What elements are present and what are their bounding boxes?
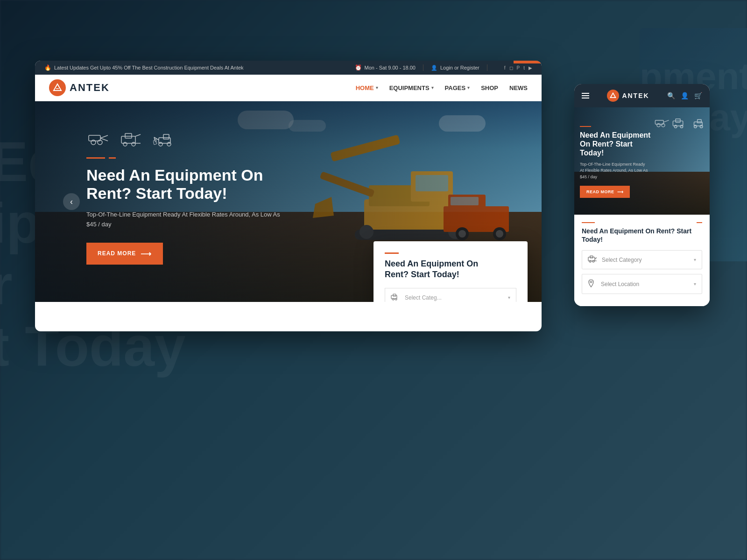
rental-form-panel: Need An Equipment OnRent? Start Today! S…	[374, 241, 528, 302]
hours-info: ⏰ Mon - Sat 9.00 - 18.00	[355, 64, 416, 71]
mobile-logo-text: ANTEK	[622, 92, 649, 99]
svg-point-31	[167, 142, 171, 146]
mobile-hamburger-area	[582, 93, 589, 98]
excavator-icon-item	[152, 129, 175, 148]
hero-equipment-icons	[86, 129, 310, 148]
mobile-logo-icon	[607, 90, 619, 102]
mobile-location-field[interactable]: Select Location ▾	[582, 274, 702, 294]
desktop-header: ANTEK HOME ▾ EQUIPMENTS ▾ PAGES ▾ SHOP N…	[35, 75, 542, 101]
logo-svg	[53, 83, 62, 92]
logo[interactable]: ANTEK	[49, 79, 110, 96]
nav-home[interactable]: HOME ▾	[356, 84, 378, 91]
mobile-form-divider-right	[697, 222, 702, 223]
nav-equipments[interactable]: EQUIPMENTS ▾	[389, 84, 434, 91]
mobile-truck-field-svg	[588, 255, 597, 263]
mobile-equipment-icons	[655, 117, 705, 129]
facebook-icon[interactable]: f	[504, 65, 506, 70]
arrow-icon: ⟶	[141, 249, 152, 258]
truck-icon-svg	[120, 131, 141, 147]
svg-line-48	[663, 120, 669, 122]
social-icons: f ◻ P t ▶	[504, 65, 532, 70]
hero-divider	[86, 157, 105, 159]
mobile-drill-icon	[655, 117, 669, 129]
category-placeholder: Select Categ...	[405, 294, 503, 301]
mobile-hero-title: Need An Equipment On Rent? Start Today!	[580, 131, 655, 158]
hero-title: Need An Equipment On Rent? Start Today!	[86, 166, 310, 203]
mobile-read-more-button[interactable]: READ MORE ⟶	[580, 186, 630, 198]
nav-pages[interactable]: PAGES ▾	[445, 84, 470, 91]
hours-text: Mon - Sat 9.00 - 18.00	[365, 65, 416, 70]
mobile-rental-form: Need An Equipment On Rent? Start Today! …	[574, 215, 710, 306]
pinterest-icon[interactable]: P	[517, 65, 520, 70]
svg-line-20	[100, 135, 108, 138]
mobile-header: ANTEK 🔍 👤 🛒	[574, 84, 710, 107]
mobile-user-icon[interactable]: 👤	[681, 92, 689, 99]
promo-info: 🔥 Latest Updates Get Upto 45% Off The Be…	[44, 64, 244, 71]
mobile-location-field-icon	[588, 279, 596, 289]
desktop-mockup: 🔥 Latest Updates Get Upto 45% Off The Be…	[35, 61, 542, 331]
mobile-logo[interactable]: ANTEK	[607, 90, 649, 102]
category-chevron: ▾	[508, 295, 510, 300]
rental-form-title: Need An Equipment OnRent? Start Today!	[385, 259, 516, 280]
svg-rect-54	[698, 119, 702, 123]
hero-content: Need An Equipment On Rent? Start Today! …	[86, 129, 310, 265]
auth-info[interactable]: 👤 Login or Register	[431, 65, 479, 71]
youtube-icon[interactable]: ▶	[529, 65, 532, 70]
category-field[interactable]: Select Categ... ▾	[385, 288, 516, 302]
hero-subtitle: Top-Of-The-Line Equipment Ready At Flexi…	[86, 210, 282, 230]
svg-point-37	[392, 298, 394, 300]
nav-shop[interactable]: SHOP	[481, 84, 498, 91]
drill-icon-svg	[88, 131, 109, 147]
svg-point-60	[592, 260, 594, 262]
instagram-icon[interactable]: ◻	[509, 65, 513, 70]
mobile-category-field[interactable]: Select Category ▾	[582, 250, 702, 269]
auth-text[interactable]: Login or Register	[440, 65, 479, 70]
mobile-read-more-label: READ MORE	[586, 189, 614, 194]
excavator-icon-svg	[153, 131, 174, 147]
mobile-hero-divider	[580, 126, 591, 127]
mobile-form-title: Need An Equipment On Rent? Start Today!	[582, 227, 702, 244]
svg-line-26	[135, 134, 141, 136]
truck-icon-item	[119, 129, 142, 148]
svg-point-25	[132, 142, 135, 146]
mobile-form-divider-left	[582, 222, 595, 223]
mobile-search-icon[interactable]: 🔍	[667, 92, 675, 99]
hamburger-icon[interactable]	[582, 93, 589, 98]
svg-rect-23	[125, 133, 132, 138]
mobile-header-icons: 🔍 👤 🛒	[667, 92, 702, 99]
mobile-location-svg	[588, 279, 594, 287]
form-divider	[385, 252, 399, 254]
promo-text: Latest Updates Get Upto 45% Off The Best…	[54, 65, 244, 70]
truck-field-svg	[391, 293, 400, 301]
orange-accent-bar	[514, 61, 542, 63]
nav-pages-chevron: ▾	[467, 85, 470, 90]
svg-point-63	[590, 281, 592, 283]
logo-icon	[49, 79, 66, 96]
divider-2	[487, 64, 487, 71]
clock-icon: ⏰	[355, 64, 362, 71]
mobile-hero-subtitle: Top-Of-The-Line Equipment Ready At Flexi…	[580, 161, 650, 181]
mobile-arrow-icon: ⟶	[617, 189, 624, 194]
drill-icon-item	[86, 129, 110, 148]
nav-equip-chevron: ▾	[431, 85, 434, 90]
svg-point-38	[395, 298, 397, 300]
mobile-category-chevron: ▾	[694, 257, 696, 262]
nav-home-chevron: ▾	[376, 85, 378, 90]
mobile-mockup: ANTEK 🔍 👤 🛒	[574, 84, 710, 306]
mobile-location-chevron: ▾	[694, 281, 696, 287]
svg-point-24	[123, 142, 127, 146]
mobile-excavator-icon	[690, 117, 705, 129]
mobile-truck-icon	[672, 117, 687, 129]
person-icon: 👤	[431, 65, 437, 71]
slider-prev-button[interactable]: ‹	[63, 193, 80, 210]
divider-1	[423, 64, 423, 71]
hero-section: Need An Equipment On Rent? Start Today! …	[35, 101, 542, 302]
nav-news[interactable]: NEWS	[509, 84, 528, 91]
twitter-icon[interactable]: t	[523, 65, 525, 70]
svg-rect-50	[676, 119, 680, 122]
mobile-form-dividers	[582, 222, 702, 223]
hero-cta-button[interactable]: READ MORE ⟶	[86, 243, 163, 265]
mobile-hero-content: Need An Equipment On Rent? Start Today! …	[580, 126, 655, 198]
mobile-category-placeholder: Select Category	[602, 257, 689, 263]
mobile-cart-icon[interactable]: 🛒	[694, 92, 702, 99]
